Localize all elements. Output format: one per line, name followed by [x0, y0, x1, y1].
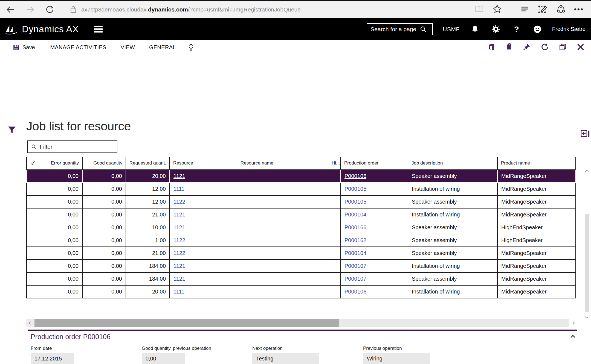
cell-error_quantity: 0,00: [40, 183, 82, 195]
current-user[interactable]: Fredrik Sætre: [552, 26, 586, 32]
scroll-right-icon[interactable]: [569, 319, 577, 327]
grid-filter-box[interactable]: [27, 140, 117, 153]
feedback-smiley-icon[interactable]: [532, 24, 543, 35]
menu-view[interactable]: VIEW: [121, 44, 135, 51]
page-search-input[interactable]: [370, 26, 420, 33]
cell-production_order[interactable]: P000105: [341, 183, 408, 195]
scroll-up-icon[interactable]: [586, 169, 588, 174]
browser-back-icon[interactable]: [4, 4, 16, 16]
grid-vertical-scrollbar[interactable]: [584, 167, 590, 320]
browser-refresh-icon[interactable]: [44, 4, 56, 16]
cell-resource[interactable]: 1121: [170, 208, 237, 221]
cell-production_order[interactable]: P000105: [341, 195, 408, 208]
horizontal-scroll-thumb[interactable]: [34, 319, 339, 327]
table-row[interactable]: 0,000,0021,001121P000104Installation of …: [27, 208, 576, 221]
column-header-production_order[interactable]: Production order: [341, 157, 408, 170]
vertical-scroll-thumb[interactable]: [585, 214, 589, 312]
table-row[interactable]: 0,000,0012,001111P000105Installation of …: [27, 183, 576, 195]
more-actions-icon[interactable]: •••: [574, 5, 584, 14]
close-icon[interactable]: [577, 43, 584, 52]
cell-requested_quantity: 10,00: [126, 221, 170, 234]
table-row[interactable]: 0,000,0012,001122P000105Speaker assembly…: [27, 195, 576, 208]
pin-icon[interactable]: [523, 43, 531, 52]
cell-resource[interactable]: 1121: [170, 221, 237, 234]
search-icon[interactable]: [420, 26, 427, 33]
refresh-icon[interactable]: [541, 43, 549, 52]
field-input-from-date[interactable]: 17.12.2015: [31, 353, 74, 364]
scroll-left-icon[interactable]: [26, 319, 34, 327]
field-input-next-operation[interactable]: Testing: [252, 353, 319, 364]
cell-production_order[interactable]: P000107: [341, 260, 408, 272]
notifications-bell-icon[interactable]: [470, 24, 480, 35]
filter-funnel-icon[interactable]: [7, 126, 16, 136]
cell-production_order[interactable]: P000104: [341, 247, 408, 260]
cell-requested_quantity: 21,00: [126, 208, 170, 221]
cell-good_quantity: 0,00: [82, 234, 126, 247]
column-header-requested_quantity[interactable]: Requested quant...: [126, 157, 170, 170]
cell-production_order[interactable]: P000106: [341, 285, 408, 298]
column-header-resource_name[interactable]: Resource name: [237, 157, 328, 170]
cell-production_order[interactable]: P000106: [341, 170, 408, 183]
table-row[interactable]: 0,000,001,001122P000162Speaker assemblyH…: [27, 234, 576, 247]
column-header-job_description[interactable]: Job description: [408, 157, 497, 170]
column-header-hidden[interactable]: Hi...: [328, 157, 341, 170]
table-row[interactable]: 0,000,0020,001111P000106Installation of …: [27, 285, 576, 298]
table-row[interactable]: 0,000,0020,001121P000106Speaker assembly…: [27, 170, 576, 183]
cell-product_name: HighEndSpeaker: [497, 221, 576, 234]
cell-check: [27, 247, 40, 260]
cell-resource[interactable]: 1122: [170, 195, 237, 208]
column-header-product_name[interactable]: Product name: [497, 157, 576, 170]
column-header-check[interactable]: ✓: [27, 157, 40, 170]
column-header-resource[interactable]: Resource: [170, 157, 237, 170]
office-icon[interactable]: [487, 43, 495, 52]
cell-resource[interactable]: 1111: [170, 183, 237, 195]
column-header-error_quantity[interactable]: Error quantity: [40, 157, 82, 170]
cell-hidden: [328, 195, 341, 208]
grid-horizontal-scrollbar[interactable]: [26, 319, 577, 327]
table-row[interactable]: 0,000,0010,001121P000166Speaker assembly…: [27, 221, 576, 234]
table-row[interactable]: 0,000,00184,001121P000107Installation of…: [27, 260, 576, 272]
collapse-panel-icon[interactable]: [581, 130, 590, 139]
app-logo[interactable]: Dynamics AX: [5, 24, 79, 35]
cell-hidden: [328, 285, 341, 298]
settings-gear-icon[interactable]: [490, 24, 501, 35]
hub-icon[interactable]: [520, 5, 530, 14]
table-row[interactable]: 0,000,0021,001122P000104Speaker assembly…: [27, 247, 576, 260]
cell-resource[interactable]: 1122: [170, 234, 237, 247]
company-selector[interactable]: USMF: [443, 26, 460, 33]
attach-paperclip-icon[interactable]: [505, 43, 513, 52]
cell-resource[interactable]: 1121: [170, 272, 237, 285]
browser-forward-icon[interactable]: [24, 4, 36, 16]
address-bar[interactable]: ax7ctp8demoaos.cloudax.dynamics.com/?cmp…: [81, 6, 301, 13]
menu-hamburger-icon[interactable]: [94, 26, 103, 33]
cell-production_order[interactable]: P000107: [341, 272, 408, 285]
column-header-good_quantity[interactable]: Good quantity: [82, 157, 126, 170]
share-icon[interactable]: [556, 4, 566, 15]
grid-filter-input[interactable]: [40, 143, 108, 150]
favorites-star-icon[interactable]: [492, 4, 502, 15]
cell-hidden: [328, 183, 341, 195]
table-row[interactable]: 0,000,00184,001121P000107Speaker assembl…: [27, 272, 576, 285]
save-label: Save: [22, 44, 35, 51]
open-in-new-window-icon[interactable]: [559, 43, 567, 52]
reading-view-icon[interactable]: [474, 4, 484, 15]
browser-toolbar: ax7ctp8demoaos.cloudax.dynamics.com/?cmp…: [0, 0, 591, 18]
cell-production_order[interactable]: P000162: [341, 234, 408, 247]
field-input-good-quantity-previous-operation[interactable]: 0,00: [142, 353, 185, 364]
cell-resource[interactable]: 1121: [170, 260, 237, 272]
cell-production_order[interactable]: P000104: [341, 208, 408, 221]
collapse-section-chevron-icon[interactable]: [571, 335, 575, 340]
cell-resource[interactable]: 1121: [170, 170, 237, 183]
cell-production_order[interactable]: P000166: [341, 221, 408, 234]
cell-resource[interactable]: 1122: [170, 247, 237, 260]
page-search-box[interactable]: [367, 23, 433, 35]
scroll-down-icon[interactable]: [586, 314, 588, 319]
menu-general[interactable]: GENERAL: [149, 44, 176, 51]
save-button[interactable]: Save: [13, 44, 35, 51]
help-icon[interactable]: ?: [511, 24, 522, 35]
menu-manage-activities[interactable]: MANAGE ACTIVITIES: [50, 44, 106, 51]
web-note-icon[interactable]: [538, 4, 548, 15]
field-input-previous-operation[interactable]: Wiring: [363, 353, 430, 364]
cell-resource[interactable]: 1111: [170, 285, 237, 298]
insights-lightbulb-icon[interactable]: [187, 44, 195, 51]
